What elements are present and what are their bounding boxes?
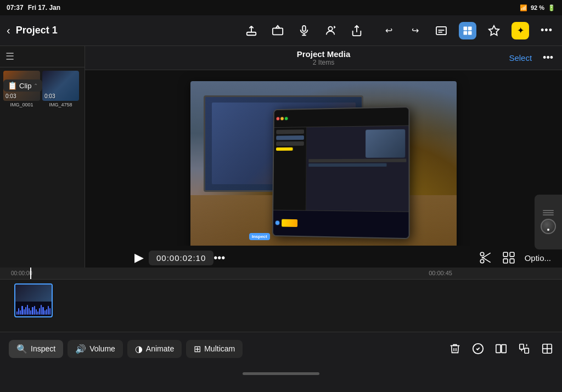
volume-label: Volume — [89, 344, 115, 353]
svg-rect-19 — [510, 259, 514, 263]
caption-icon-btn[interactable] — [432, 22, 450, 39]
ipad-timeline — [273, 210, 408, 238]
options-text-label[interactable]: Optio... — [525, 253, 551, 263]
waveform-bar — [37, 311, 38, 315]
time-marker-45: 00:00:45 — [429, 270, 452, 276]
mic-icon-btn[interactable] — [295, 22, 313, 39]
export-icon-btn[interactable] — [243, 22, 260, 39]
audio-detach-button[interactable] — [518, 343, 530, 355]
status-bar: 07:37 Fri 17. Jan 📶 92 % 🔋 — [0, 0, 562, 15]
photo-library-icon-btn[interactable] — [459, 22, 476, 39]
date-display: Fri 17. Jan — [28, 4, 60, 12]
sidebar-row — [276, 135, 304, 140]
animate-button[interactable]: ◑ Animate — [127, 340, 182, 358]
media-more-button[interactable]: ••• — [543, 52, 553, 64]
timeline-playhead[interactable] — [30, 268, 31, 279]
media-library-header: Project Media 2 Items Select ••• — [85, 46, 562, 70]
video-controls: ▶ 00:00:02:10 ••• Optio... — [85, 246, 562, 270]
media-select-button[interactable]: Select — [504, 51, 536, 65]
time-display: 07:37 — [7, 4, 24, 12]
waveform-bar — [16, 311, 18, 315]
svg-point-14 — [480, 252, 484, 256]
list-item[interactable]: 0:03 IMG_4758 — [42, 71, 79, 107]
more-icon — [541, 343, 553, 355]
svg-rect-21 — [496, 345, 501, 353]
delete-button[interactable] — [449, 343, 461, 355]
svg-point-4 — [328, 26, 332, 30]
duration-0: 0:03 — [5, 93, 16, 99]
share-icon-btn[interactable] — [348, 22, 366, 39]
multicam-icon: ⊞ — [194, 344, 201, 354]
knob-line — [543, 212, 554, 213]
svg-rect-16 — [503, 252, 508, 257]
waveform-bar — [34, 306, 35, 315]
camera-icon-btn[interactable] — [269, 22, 286, 39]
magic-icon-btn[interactable]: ✦ — [512, 22, 529, 39]
audio-icon — [518, 343, 530, 355]
knob-dot — [547, 229, 549, 231]
split-button[interactable] — [495, 343, 507, 355]
back-button[interactable]: ‹ — [7, 24, 10, 37]
knob-lines — [543, 210, 554, 215]
nav-right-icons: ↩ ↪ ✦ ••• — [380, 22, 555, 39]
waveform-bar — [21, 306, 23, 315]
cut-options-button[interactable] — [479, 251, 493, 265]
multicam-label: Multicam — [204, 344, 235, 353]
video-more-button[interactable]: ••• — [213, 252, 225, 264]
waveform-bar — [29, 308, 30, 315]
voiceover-icon-btn[interactable] — [322, 22, 339, 39]
thumb-label-1: IMG_4758 — [49, 102, 72, 107]
star-icon-btn[interactable] — [485, 22, 503, 39]
clip-selector[interactable]: 📋 Clip ⌃ — [3, 79, 42, 92]
ipad-screen — [273, 107, 408, 238]
back-chevron-icon: ‹ — [7, 24, 10, 37]
svg-rect-23 — [520, 344, 524, 349]
svg-rect-18 — [503, 259, 508, 263]
clip-selector-text: Clip — [19, 82, 31, 90]
waveform-bar — [49, 308, 50, 315]
multicam-button[interactable]: ⊞ Multicam — [186, 340, 243, 358]
inspect-button[interactable]: 🔍 Inspect — [9, 340, 63, 358]
thumb-label-0: IMG_0001 — [10, 102, 33, 107]
video-preview: Inspect — [85, 70, 562, 268]
volume-button[interactable]: 🔊 Volume — [68, 340, 123, 358]
media-thumbnail-1[interactable]: 0:03 — [42, 71, 79, 101]
clip-icon — [502, 251, 516, 265]
dot-red — [276, 117, 279, 120]
ipad-device — [272, 106, 409, 239]
delete-icon — [449, 343, 461, 355]
undo-icon-btn[interactable]: ↩ — [380, 22, 397, 39]
waveform-bar — [44, 310, 46, 315]
volume-knob[interactable] — [535, 195, 562, 249]
ellipsis-icon-btn[interactable]: ••• — [538, 22, 555, 39]
checkmark-button[interactable] — [472, 343, 484, 355]
volume-dial[interactable] — [541, 219, 556, 234]
ipad-main — [306, 126, 408, 212]
video-more-icon: ••• — [213, 252, 225, 264]
clip-arrow: ⌃ — [33, 83, 38, 89]
svg-rect-10 — [468, 26, 472, 30]
waveform-bar — [42, 307, 43, 315]
volume-icon: 🔊 — [75, 344, 86, 354]
ipad-sidebar — [273, 127, 307, 211]
timeline-clip[interactable] — [14, 283, 53, 317]
timeline-track — [0, 280, 562, 321]
waveform-bar — [25, 307, 26, 315]
play-button[interactable]: ▶ — [129, 248, 149, 268]
waveform-bar — [20, 310, 21, 315]
media-library-title: Project Media — [297, 49, 351, 59]
animate-label: Animate — [146, 344, 174, 353]
clip-options-button[interactable] — [502, 251, 516, 265]
dot-yellow — [280, 117, 284, 120]
svg-rect-1 — [273, 28, 283, 35]
svg-rect-22 — [502, 345, 506, 353]
status-right: 📶 92 % 🔋 — [520, 4, 555, 12]
svg-rect-12 — [468, 31, 472, 35]
duration-1: 0:03 — [44, 93, 55, 99]
waveform-bar — [39, 308, 40, 315]
sidebar-row-highlight — [276, 147, 292, 150]
more-action-button[interactable] — [541, 343, 553, 355]
content-row — [308, 158, 406, 162]
tool-actions — [449, 343, 553, 355]
redo-icon-btn[interactable]: ↪ — [406, 22, 424, 39]
